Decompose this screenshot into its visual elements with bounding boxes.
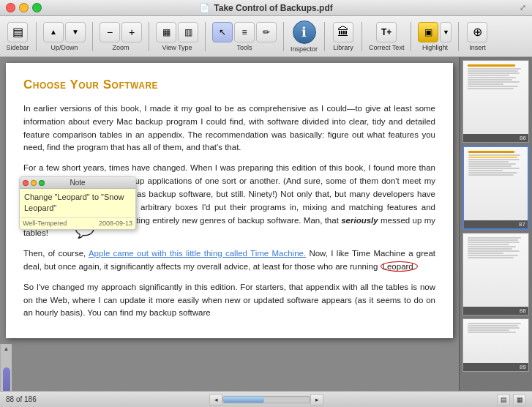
note-max[interactable] (39, 180, 45, 186)
main-area: Note Change "Leopard" to "Snow Leopard" … (0, 57, 532, 391)
up-icon[interactable]: ▲ (43, 22, 64, 42)
italic-word: seriously (341, 216, 378, 225)
status-bar: 88 of 186 ◂ ▸ ▤ ▦ (0, 391, 532, 407)
thumb-img-88 (463, 234, 528, 307)
pdf-para-4: So I've changed my approach significantl… (23, 281, 435, 320)
pdf-heading: Choose Your Software (23, 78, 435, 92)
highlight-label: Highlight (422, 44, 448, 51)
viewtype-tool[interactable]: ▦ ▥ View Type (153, 20, 201, 53)
page-info: 88 of 186 (6, 395, 37, 403)
zoom-in-icon[interactable]: + (121, 22, 142, 42)
thumbnail-sidebar: 86 87 (459, 57, 532, 391)
pdf-para-3: Then, of course, Apple came out with thi… (23, 247, 435, 274)
inspector-tool[interactable]: ℹ Inspector (288, 19, 321, 54)
thumb-pagenum-89: 89 (463, 363, 528, 371)
sidebar-icon[interactable]: ▤ (7, 22, 28, 42)
down-icon[interactable]: ▼ (65, 22, 86, 42)
scroll-right-button[interactable]: ▸ (310, 394, 323, 406)
insert-icon[interactable]: ⊕ (467, 22, 487, 42)
zoom-out-icon[interactable]: − (100, 22, 120, 42)
window-title: 📄 Take Control of Backups.pdf (199, 3, 332, 13)
toolbar: ▤ Sidebar ▲ ▼ Up/Down − + Zoom ▦ ▥ View … (0, 16, 532, 57)
pdf-page: Note Change "Leopard" to "Snow Leopard" … (6, 63, 453, 338)
correcttext-icon[interactable]: T+ (376, 22, 397, 42)
separator-2 (92, 22, 93, 51)
document-icon: 📄 (199, 3, 210, 13)
separator-8 (411, 22, 411, 51)
minimize-button[interactable] (19, 3, 29, 12)
separator-1 (36, 22, 37, 51)
tools-label: Tools (236, 44, 252, 51)
scroll-left-button[interactable]: ◂ (209, 394, 222, 406)
highlight-tool[interactable]: ▣ ▼ Highlight (415, 20, 454, 53)
thumb-pagenum-86: 86 (463, 134, 528, 142)
insert-label: Insert (469, 44, 486, 51)
highlight-icon[interactable]: ▣ (418, 22, 438, 42)
view-single-icon[interactable]: ▦ (156, 22, 176, 42)
updown-label: Up/Down (50, 44, 78, 51)
thumbnail-89[interactable]: 89 (462, 318, 529, 372)
pdf-scrollbar[interactable]: ▲ ▼ (0, 344, 12, 391)
note-title: Note (70, 179, 85, 187)
sidebar-tool[interactable]: ▤ Sidebar (3, 20, 32, 53)
view-mode-grid[interactable]: ▦ (513, 394, 526, 406)
thumbnail-87[interactable]: 87 (462, 146, 529, 230)
note-author: Well-Tempered (23, 220, 67, 227)
note-controls[interactable] (23, 180, 45, 186)
sidebar-label: Sidebar (6, 44, 29, 51)
library-icon[interactable]: 🏛 (333, 22, 353, 42)
thumb-pagenum-88: 88 (463, 307, 528, 315)
scroll-progress-bar[interactable] (222, 396, 310, 403)
correcttext-label: Correct Text (369, 44, 404, 51)
note-titlebar: Note (20, 177, 135, 189)
insert-tool[interactable]: ⊕ Insert (462, 20, 492, 53)
inspector-icon[interactable]: ℹ (293, 20, 316, 44)
draw-tool-icon[interactable]: ✏ (256, 22, 277, 42)
resize-icon[interactable]: ⤢ (520, 3, 526, 12)
separator-4 (205, 22, 206, 51)
viewtype-label: View Type (162, 44, 192, 51)
note-popup[interactable]: Note Change "Leopard" to "Snow Leopard" … (19, 176, 136, 230)
window-controls[interactable] (6, 3, 42, 12)
separator-7 (361, 22, 362, 51)
tools-group[interactable]: ↖ ≡ ✏ Tools (209, 20, 280, 53)
note-min[interactable] (31, 180, 37, 186)
note-date: 2008-09-13 (99, 220, 132, 227)
library-tool[interactable]: 🏛 Library (329, 20, 358, 53)
thumb-img-87 (464, 147, 528, 220)
text-tool-icon[interactable]: ≡ (234, 22, 255, 42)
thumb-img-89 (463, 319, 528, 363)
pdf-content: Note Change "Leopard" to "Snow Leopard" … (0, 57, 459, 391)
separator-5 (283, 22, 284, 51)
status-bar-right: ▤ ▦ (497, 394, 526, 406)
progress-fill (223, 397, 263, 403)
zoom-label: Zoom (112, 44, 129, 51)
thumb-pagenum-87: 87 (464, 220, 528, 228)
separator-6 (324, 22, 325, 51)
note-footer: Well-Tempered 2008-09-13 (20, 217, 135, 229)
maximize-button[interactable] (32, 3, 42, 12)
scroll-up-arrow[interactable]: ▲ (2, 344, 11, 353)
thumb-img-86 (463, 61, 528, 134)
note-body[interactable]: Change "Leopard" to "Snow Leopard" (20, 189, 135, 217)
view-mode-single[interactable]: ▤ (497, 394, 510, 406)
thumbnail-88[interactable]: 88 (462, 233, 529, 315)
updown-tool[interactable]: ▲ ▼ Up/Down (40, 20, 89, 53)
title-bar: 📄 Take Control of Backups.pdf ⤢ (0, 0, 532, 16)
separator-9 (458, 22, 459, 51)
circled-leopard: Leopard. (381, 261, 418, 272)
correcttext-tool[interactable]: T+ Correct Text (366, 20, 407, 53)
close-button[interactable] (6, 3, 15, 12)
separator-3 (149, 22, 149, 51)
library-label: Library (333, 44, 353, 51)
select-tool-icon[interactable]: ↖ (212, 22, 233, 42)
view-multi-icon[interactable]: ▥ (178, 22, 198, 42)
thumbnail-86[interactable]: 86 (462, 60, 529, 143)
link-apple-time-machine[interactable]: Apple came out with this little thing ca… (89, 249, 306, 258)
pdf-para-1: In earlier versions of this book, I made… (23, 102, 435, 154)
highlight-dropdown-icon[interactable]: ▼ (440, 22, 452, 42)
note-close[interactable] (23, 180, 29, 186)
zoom-tool[interactable]: − + Zoom (97, 20, 145, 53)
inspector-label: Inspector (291, 45, 318, 53)
scrollbar-thumb[interactable] (3, 367, 10, 391)
